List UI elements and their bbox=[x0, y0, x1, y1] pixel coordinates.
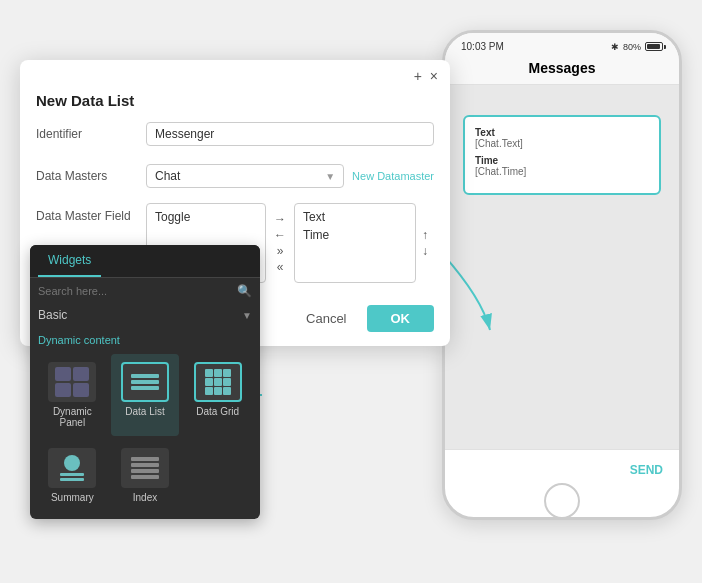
widgets-tab-bar: Widgets bbox=[30, 245, 260, 278]
data-list-icon-box bbox=[121, 362, 169, 402]
data-grid-label: Data Grid bbox=[196, 406, 239, 417]
field-right-column: Text Time bbox=[294, 203, 416, 283]
index-icon bbox=[131, 457, 159, 479]
identifier-label: Identifier bbox=[36, 127, 146, 141]
index-icon-box bbox=[121, 448, 169, 488]
transfer-right-icon[interactable]: → bbox=[274, 213, 286, 225]
widget-index[interactable]: Index bbox=[111, 440, 180, 511]
dynamic-content-label: Dynamic content bbox=[30, 328, 260, 350]
dialog-plus-icon[interactable]: + bbox=[414, 68, 422, 84]
summary-icon bbox=[60, 455, 84, 481]
transfer-all-right-icon[interactable]: » bbox=[277, 245, 284, 257]
phone-time: 10:03 PM bbox=[461, 41, 504, 52]
widgets-search-input[interactable] bbox=[38, 285, 231, 297]
transfer-all-left-icon[interactable]: « bbox=[277, 261, 284, 273]
phone-mockup: 10:03 PM ✱ 80% Messages Text [Chat.Text]… bbox=[442, 30, 682, 520]
text-field-value: [Chat.Text] bbox=[475, 138, 649, 149]
widgets-search-bar: 🔍 bbox=[30, 278, 260, 304]
index-label: Index bbox=[133, 492, 157, 503]
phone-status-icons: ✱ 80% bbox=[611, 42, 663, 52]
search-icon[interactable]: 🔍 bbox=[237, 284, 252, 298]
summary-icon-box bbox=[48, 448, 96, 488]
dialog-close-icon[interactable]: × bbox=[430, 68, 438, 84]
data-grid-icon-box bbox=[194, 362, 242, 402]
dynamic-panel-label: Dynamic Panel bbox=[42, 406, 103, 428]
phone-status-bar: 10:03 PM ✱ 80% bbox=[445, 33, 679, 56]
ok-button[interactable]: OK bbox=[367, 305, 435, 332]
phone-header: Messages bbox=[445, 56, 679, 85]
data-masters-row: Data Masters Chat ▼ New Datamaster bbox=[36, 161, 434, 191]
widgets-grid: Dynamic Panel Data List Data Grid bbox=[30, 350, 260, 519]
send-button[interactable]: SEND bbox=[630, 463, 663, 477]
battery-icon bbox=[645, 42, 663, 51]
sort-down-icon[interactable]: ↓ bbox=[422, 245, 428, 257]
bluetooth-icon: ✱ bbox=[611, 42, 619, 52]
data-list-text-item: Text [Chat.Text] bbox=[475, 127, 649, 149]
new-datamaster-link[interactable]: New Datamaster bbox=[352, 170, 434, 182]
dynamic-panel-icon bbox=[55, 367, 89, 397]
field-right-sort-arrows: ↑ ↓ bbox=[416, 203, 434, 283]
battery-percentage: 80% bbox=[623, 42, 641, 52]
dynamic-panel-icon-box bbox=[48, 362, 96, 402]
field-transfer-arrows: → ← » « bbox=[266, 203, 294, 283]
text-field-item: Text bbox=[303, 208, 407, 226]
widgets-tab[interactable]: Widgets bbox=[38, 245, 101, 277]
data-master-field-label: Data Master Field bbox=[36, 203, 146, 223]
data-list-icon bbox=[131, 374, 159, 390]
widget-dynamic-panel[interactable]: Dynamic Panel bbox=[38, 354, 107, 436]
data-masters-select[interactable]: Chat ▼ bbox=[146, 164, 344, 188]
time-field-item: Time bbox=[303, 226, 407, 244]
identifier-row: Identifier bbox=[36, 119, 434, 149]
widget-summary[interactable]: Summary bbox=[38, 440, 107, 511]
time-field-label: Time bbox=[475, 155, 649, 166]
phone-content-area: Text [Chat.Text] Time [Chat.Time] bbox=[463, 115, 661, 195]
phone-home-button[interactable] bbox=[544, 483, 580, 519]
data-grid-icon bbox=[205, 369, 231, 395]
data-list-time-item: Time [Chat.Time] bbox=[475, 155, 649, 177]
widgets-panel: Widgets 🔍 Basic ▼ Dynamic content Dynami… bbox=[30, 245, 260, 519]
summary-label: Summary bbox=[51, 492, 94, 503]
data-list-label: Data List bbox=[125, 406, 164, 417]
select-arrow-icon: ▼ bbox=[325, 171, 335, 182]
widget-data-list[interactable]: Data List bbox=[111, 354, 180, 436]
phone-body: Text [Chat.Text] Time [Chat.Time] SEND bbox=[445, 85, 679, 489]
dialog-titlebar: + × bbox=[20, 60, 450, 88]
dialog-titlebar-icons: + × bbox=[414, 68, 438, 84]
identifier-input[interactable] bbox=[146, 122, 434, 146]
widget-data-grid[interactable]: Data Grid bbox=[183, 354, 252, 436]
dialog-title: New Data List bbox=[20, 88, 450, 119]
transfer-left-icon[interactable]: ← bbox=[274, 229, 286, 241]
data-masters-label: Data Masters bbox=[36, 169, 146, 183]
text-field-label: Text bbox=[475, 127, 649, 138]
widgets-type-label: Basic bbox=[38, 308, 67, 322]
widgets-type-selector[interactable]: Basic ▼ bbox=[30, 304, 260, 328]
sort-up-icon[interactable]: ↑ bbox=[422, 229, 428, 241]
widgets-type-arrow-icon: ▼ bbox=[242, 310, 252, 321]
cancel-button[interactable]: Cancel bbox=[296, 305, 356, 332]
time-field-value: [Chat.Time] bbox=[475, 166, 649, 177]
toggle-field-item: Toggle bbox=[155, 208, 257, 226]
data-masters-value: Chat bbox=[155, 169, 180, 183]
